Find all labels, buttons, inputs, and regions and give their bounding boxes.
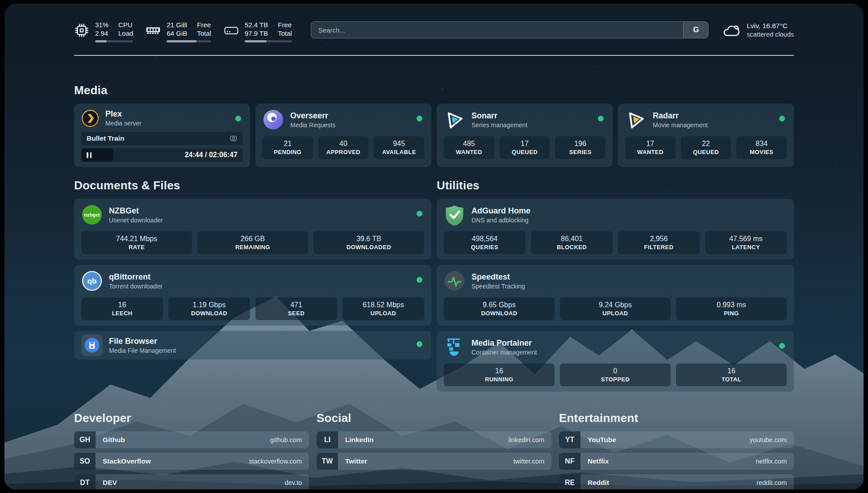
stat-label: UPLOAD bbox=[344, 309, 422, 317]
section-title-social: Social bbox=[317, 411, 551, 425]
app-card-overseerr[interactable]: Overseerr Media Requests 21 PENDING 40 A… bbox=[255, 104, 431, 167]
bookmark-twitter[interactable]: TW Twitter twitter.com bbox=[317, 453, 551, 470]
status-dot bbox=[779, 116, 785, 121]
bookmark-name: LinkedIn bbox=[345, 436, 374, 444]
stat-label: SEED bbox=[257, 309, 335, 317]
stat-approved: 40 APPROVED bbox=[318, 136, 369, 159]
app-card-adguard[interactable]: AdGuard Home DNS and adblocking 498,564 … bbox=[437, 199, 794, 259]
app-card-nzbget[interactable]: nzbget NZBGet Usenet downloader 744.21 M… bbox=[74, 199, 431, 259]
app-name: File Browser bbox=[109, 336, 176, 347]
stat-label: QUEUED bbox=[683, 148, 730, 156]
stat-value: 196 bbox=[557, 139, 604, 148]
bookmark-abbr: DT bbox=[74, 474, 96, 489]
section-utilities: Utilities AdGuard Home DNS and adblock bbox=[437, 179, 794, 392]
memory-free-label: Free bbox=[197, 21, 211, 29]
filebrowser-icon bbox=[81, 334, 103, 356]
status-dot bbox=[235, 116, 241, 121]
stat-ping: 0.993 ms PING bbox=[676, 297, 787, 320]
stat-value: 744.21 Mbps bbox=[83, 234, 190, 243]
stat-label: PENDING bbox=[264, 148, 311, 156]
stat-label: RUNNING bbox=[446, 376, 553, 383]
playback-progress-fill[interactable] bbox=[81, 148, 113, 162]
app-subtitle: Usenet downloader bbox=[109, 216, 163, 224]
section-title-developer: Developer bbox=[74, 411, 309, 425]
cpu-load-label: Load bbox=[118, 29, 133, 38]
app-card-qbittorrent[interactable]: qb qBittorrent Torrent downloader 16 bbox=[74, 265, 431, 326]
stat-rate: 744.21 Mbps RATE bbox=[81, 231, 192, 254]
search-input[interactable] bbox=[311, 22, 684, 38]
stat-label: LEECH bbox=[83, 309, 161, 317]
bookmark-linkedin[interactable]: LI LinkedIn linkedin.com bbox=[317, 431, 551, 448]
bookmark-name: Netflix bbox=[588, 457, 609, 465]
cpu-usage-label: CPU bbox=[118, 21, 133, 29]
app-name: Sonarr bbox=[472, 111, 527, 121]
app-card-speedtest[interactable]: Speedtest Speedtest Tracking 9.65 Gbps D… bbox=[437, 265, 794, 326]
top-bar: 31% 2.94 CPU Load bbox=[74, 21, 794, 42]
bookmark-abbr: LI bbox=[317, 431, 338, 448]
bookmark-abbr: SO bbox=[74, 453, 96, 470]
stat-value: 47.569 ms bbox=[707, 234, 785, 243]
stat-downloaded: 39.6 TB DOWNLOADED bbox=[313, 231, 424, 254]
search-bar: G bbox=[311, 21, 709, 38]
search-engine-button[interactable]: G bbox=[683, 22, 708, 38]
section-title-documents: Documents & Files bbox=[74, 179, 431, 192]
stat-stopped: 0 STOPPED bbox=[560, 363, 671, 386]
app-card-filebrowser[interactable]: File Browser Media File Management bbox=[74, 331, 431, 359]
stat-value: 39.6 TB bbox=[315, 234, 422, 243]
bookmark-abbr: NF bbox=[559, 453, 580, 470]
disk-progress-bar bbox=[245, 40, 292, 42]
stat-label: AVAILABLE bbox=[376, 148, 422, 156]
video-camera-icon bbox=[230, 134, 238, 142]
app-card-radarr[interactable]: Radarr Movie management 17 WANTED 22 QUE… bbox=[618, 104, 794, 167]
stat-label: APPROVED bbox=[320, 148, 367, 156]
stat-series: 196 SERIES bbox=[555, 136, 605, 159]
stat-label: PING bbox=[678, 309, 785, 317]
bookmark-github[interactable]: GH Github github.com bbox=[74, 431, 309, 448]
bookmark-reddit[interactable]: RE Reddit reddit.com bbox=[559, 474, 794, 489]
cloud-icon bbox=[722, 23, 741, 38]
disk-total-label: Total bbox=[278, 29, 292, 38]
stat-value: 485 bbox=[446, 139, 492, 148]
stat-label: MOVIES bbox=[738, 148, 785, 156]
bookmark-dev[interactable]: DT DEV dev.to bbox=[74, 474, 309, 489]
stat-value: 0.993 ms bbox=[678, 300, 785, 309]
bookmark-name: YouTube bbox=[588, 436, 616, 444]
stat-queries: 498,564 QUERIES bbox=[444, 231, 526, 254]
dashboard-frame: 31% 2.94 CPU Load bbox=[4, 4, 864, 489]
stat-label: QUERIES bbox=[446, 243, 524, 251]
stat-running: 16 RUNNING bbox=[444, 363, 555, 386]
disk-free-value: 52.4 TB bbox=[245, 21, 268, 29]
bookmark-abbr: GH bbox=[74, 431, 96, 448]
section-title-entertainment: Entertainment bbox=[559, 411, 794, 425]
sonarr-icon bbox=[444, 109, 465, 130]
app-card-sonarr[interactable]: Sonarr Series management 485 WANTED 17 Q… bbox=[437, 104, 613, 167]
stat-value: 0 bbox=[562, 366, 669, 376]
topbar-divider bbox=[74, 55, 794, 56]
status-dot bbox=[417, 277, 422, 283]
adguard-icon bbox=[444, 204, 465, 226]
stat-label: DOWNLOAD bbox=[170, 309, 248, 317]
stat-value: 86,401 bbox=[533, 234, 611, 243]
app-card-portainer[interactable]: Media Portainer Container management 16 … bbox=[437, 331, 794, 392]
ram-icon bbox=[146, 23, 161, 38]
stat-label: BLOCKED bbox=[533, 243, 611, 251]
section-documents: Documents & Files nzbget NZBGet Usenet d… bbox=[74, 179, 431, 392]
bookmark-netflix[interactable]: NF Netflix netflix.com bbox=[559, 453, 794, 470]
bookmark-name: DEV bbox=[103, 479, 117, 487]
stat-value: 22 bbox=[683, 139, 730, 148]
section-title-media: Media bbox=[74, 84, 794, 97]
stat-value: 9.24 Gbps bbox=[562, 300, 669, 309]
app-name: Overseerr bbox=[290, 111, 335, 121]
nzbget-icon: nzbget bbox=[81, 204, 103, 226]
stat-available: 945 AVAILABLE bbox=[374, 136, 424, 159]
pause-icon[interactable] bbox=[87, 152, 92, 158]
app-card-plex[interactable]: Plex Media server Bullet Train bbox=[74, 104, 250, 167]
stat-value: 834 bbox=[738, 139, 785, 148]
app-name: NZBGet bbox=[109, 206, 163, 216]
stat-wanted: 485 WANTED bbox=[444, 136, 494, 159]
section-developer: Developer GH Github github.com SO StackO… bbox=[74, 411, 309, 489]
bookmark-url: github.com bbox=[270, 436, 302, 443]
stat-value: 9.65 Gbps bbox=[446, 300, 553, 309]
bookmark-youtube[interactable]: YT YouTube youtube.com bbox=[559, 431, 794, 448]
bookmark-stackoverflow[interactable]: SO StackOverflow stackoverflow.com bbox=[74, 453, 309, 470]
